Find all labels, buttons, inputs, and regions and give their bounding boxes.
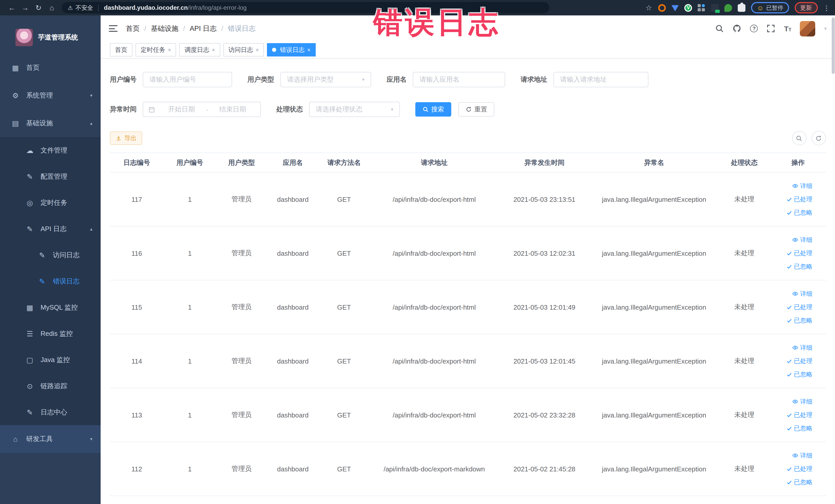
detail-link[interactable]: 详细 [792,289,812,298]
eye-icon [792,237,798,243]
col-method: 请求方法名 [319,158,370,167]
scrollbar-thumb[interactable] [831,18,834,74]
cell-exception: java.lang.IllegalArgumentException [590,249,718,257]
processed-link[interactable]: 已处理 [787,464,812,473]
detail-link[interactable]: 详细 [792,343,812,352]
content: 用户编号 请输入用户编号 用户类型 请选择用户类型▾ 应用名 请输入应用名 请求… [101,59,835,504]
status-select[interactable]: 请选择处理状态▾ [309,102,400,117]
export-button[interactable]: 导出 [110,132,142,145]
ignored-link[interactable]: 已忽略 [787,316,812,325]
detail-link[interactable]: 详细 [792,397,812,406]
refresh-table-button[interactable] [811,131,826,145]
sidebar-item-access-log[interactable]: ✎ 访问日志 [0,242,101,268]
refresh-icon [815,135,822,141]
filter-row-2: 异常时间 开始日期 - 结束日期 处理状态 请选择处理状态▾ [110,102,826,117]
chevron-down-icon: ▾ [90,93,93,98]
ignored-link[interactable]: 已忽略 [787,478,812,486]
processed-link[interactable]: 已处理 [787,357,812,365]
cell-status: 未处理 [718,302,771,312]
back-icon[interactable]: ← [5,4,19,12]
processed-link[interactable]: 已处理 [787,249,812,258]
ignored-link[interactable]: 已忽略 [787,262,812,271]
infra-submenu: ☁ 文件管理 ✎ 配置管理 ◎ 定时任务 ✎ API 日志 ▴ ✎ [0,137,101,425]
sidebar-item-job[interactable]: ◎ 定时任务 [0,189,101,216]
caret-down-icon[interactable]: ▾ [824,26,827,31]
detail-link[interactable]: 详细 [792,451,812,460]
processed-link[interactable]: 已处理 [787,303,812,311]
fullscreen-icon[interactable] [767,24,775,33]
breadcrumb-home[interactable]: 首页 [126,24,140,33]
breadcrumb-infra[interactable]: 基础设施 [151,24,179,33]
collapse-menu-icon[interactable] [109,25,118,32]
extension-orange-icon[interactable] [658,4,666,12]
user-type-label: 用户类型 [247,75,274,84]
logo-image [15,29,33,46]
cell-log-id: 112 [110,465,164,473]
search-button[interactable]: 搜索 [415,102,451,117]
font-size-icon[interactable]: TT [784,24,791,33]
extensions-puzzle-icon[interactable] [738,4,746,12]
close-icon[interactable]: × [307,47,311,53]
paused-badge[interactable]: ☺ 已暂停 [751,2,789,13]
sidebar-item-error-log[interactable]: ✎ 错误日志 [0,268,101,294]
tag-job-log[interactable]: 调度日志× [179,43,220,57]
sidebar-item-devtools[interactable]: ⌂ 研发工具 ▾ [0,425,101,453]
avatar[interactable] [800,21,815,36]
tag-access-log[interactable]: 访问日志× [223,43,264,57]
extension-green-icon[interactable]: V [684,4,692,12]
sidebar-item-java[interactable]: ▢ Java 监控 [0,347,101,373]
sidebar-item-api-log[interactable]: ✎ API 日志 ▴ [0,216,101,242]
processed-link[interactable]: 已处理 [787,195,812,204]
user-type-select[interactable]: 请选择用户类型▾ [280,72,371,87]
sidebar-item-mysql[interactable]: ▦ MySQL 监控 [0,294,101,320]
update-button[interactable]: 更新 [794,2,817,13]
sidebar-item-system[interactable]: ⚙ 系统管理 ▾ [0,82,101,109]
extension-switch-icon[interactable] [711,4,719,12]
reset-button[interactable]: 重置 [459,102,494,117]
ignored-link[interactable]: 已忽略 [787,424,812,432]
cell-method: GET [319,465,370,473]
close-icon[interactable]: × [256,47,259,53]
close-icon[interactable]: × [168,47,171,53]
tag-error-log[interactable]: 错误日志× [267,43,316,57]
sidebar-item-trace[interactable]: ⊙ 链路追踪 [0,373,101,399]
tag-home[interactable]: 首页 [110,43,133,57]
ignored-link[interactable]: 已忽略 [787,208,812,217]
cell-actions: 详细 已处理 已忽略 [770,182,826,217]
reload-icon[interactable]: ↻ [32,4,45,12]
date-range-picker[interactable]: 开始日期 - 结束日期 [143,102,261,117]
github-icon[interactable] [733,24,741,33]
sidebar-item-config[interactable]: ✎ 配置管理 [0,163,101,189]
sidebar-item-home[interactable]: ▦ 首页 [0,54,101,82]
forward-icon[interactable]: → [19,4,32,12]
detail-link[interactable]: 详细 [792,182,812,190]
bookmark-star-icon[interactable]: ☆ [645,4,652,12]
breadcrumb-api-log[interactable]: API 日志 [190,24,217,33]
extension-shield-icon[interactable] [672,5,679,11]
request-url-input[interactable]: 请输入请求地址 [553,72,648,87]
detail-link[interactable]: 详细 [792,236,812,244]
app-logo[interactable]: 芋道管理系统 [0,15,101,54]
user-id-input[interactable]: 请输入用户编号 [143,72,232,87]
tag-job[interactable]: 定时任务× [136,43,176,57]
search-icon[interactable] [715,24,724,33]
show-search-button[interactable] [792,131,806,145]
sidebar-item-infra[interactable]: ▤ 基础设施 ▴ [0,109,101,137]
cell-user-id: 1 [164,357,216,365]
sidebar-item-log-center[interactable]: ✎ 日志中心 [0,399,101,425]
breadcrumb-error-log: 错误日志 [228,24,256,33]
help-icon[interactable]: ? [750,25,758,32]
col-time: 异常发生时间 [499,158,590,167]
ignored-link[interactable]: 已忽略 [787,370,812,379]
close-icon[interactable]: × [212,47,215,53]
security-label[interactable]: 不安全 [76,4,93,12]
processed-link[interactable]: 已处理 [787,410,812,419]
extension-leaf-icon[interactable] [725,4,732,12]
app-name-input[interactable]: 请输入应用名 [413,72,505,87]
exception-time-label: 异常时间 [110,105,137,114]
extension-grid-icon[interactable] [698,4,705,12]
sidebar-item-file[interactable]: ☁ 文件管理 [0,137,101,163]
browser-menu-icon[interactable]: ⋮ [823,4,830,12]
home-icon[interactable]: ⌂ [45,4,59,12]
sidebar-item-redis[interactable]: ☰ Redis 监控 [0,320,101,347]
